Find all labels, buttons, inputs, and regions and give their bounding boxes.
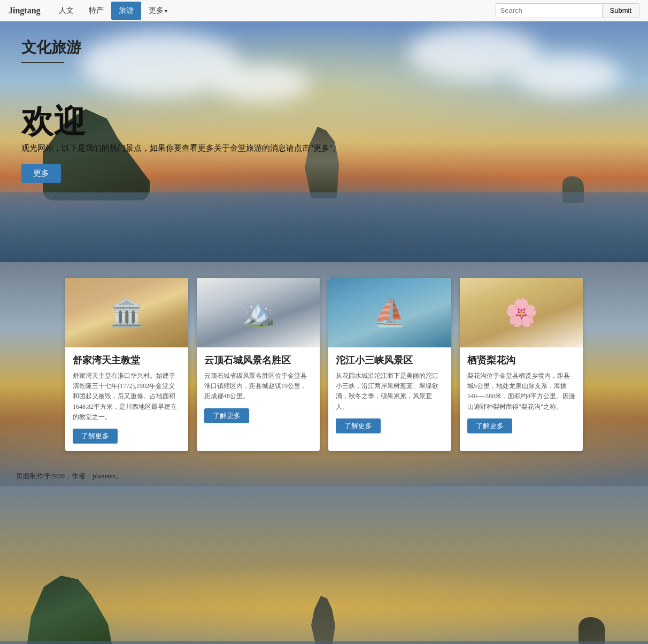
hero-water [0,192,648,262]
nav-item-renwen[interactable]: 人文 [51,2,81,20]
search-input[interactable] [496,3,603,18]
hero-section-title: 文化旅游 [21,37,627,58]
submit-button[interactable]: Submit [603,3,639,18]
card-title-2: 云顶石城风景名胜区 [204,354,312,367]
card-text-1: 舒家湾天主堂在淮口华兴村。始建于清乾隆三十七年(1772),1902年金堂义和团… [73,371,181,422]
card-button-1[interactable]: 了解更多 [73,429,118,444]
card-body-2: 云顶石城风景名胜区 云顶石城省级风景名胜区位于金堂县淮口镇辖区内，距县城赵镇19… [197,347,320,431]
navbar-brand[interactable]: Jingtang [9,6,41,15]
card-image-1 [65,278,188,347]
navbar: Jingtang 人文 特产 旅游 更多 Submit [0,0,648,21]
card-text-3: 从花园水城沿沱江而下是美丽的沱江小三峡，沿江两岸果树葱茏、翠绿欲滴，秋冬之季，硕… [336,371,444,412]
card-image-4 [460,278,583,347]
hero-description: 观光网站，以下是我们的热门景点，如果你要查看更多关于金堂旅游的消息请点击"更多"… [21,143,396,153]
card-title-1: 舒家湾天主教堂 [73,354,181,367]
footer-text: 页面制作于2020，作者：planetes。 [16,472,122,480]
hero-section: 文化旅游 欢迎 观光网站，以下是我们的热门景点，如果你要查看更多关于金堂旅游的消… [0,21,648,262]
card-button-4[interactable]: 了解更多 [467,418,512,433]
hero-more-button[interactable]: 更多 [21,164,61,183]
card-title-4: 栖贤梨花沟 [467,354,575,367]
card-button-3[interactable]: 了解更多 [336,418,381,433]
card-body-4: 栖贤梨花沟 梨花沟位于金堂县栖贤乡境内，距县城5公里，地处龙泉山脉支系，海拔54… [460,347,583,441]
card-image-3 [328,278,451,347]
card-button-2[interactable]: 了解更多 [204,408,249,423]
card-text-4: 梨花沟位于金堂县栖贤乡境内，距县城5公里，地处龙泉山脉支系，海拔540----5… [467,371,575,412]
nav-item-more[interactable]: 更多 [141,2,175,20]
nav-item-teyou[interactable]: 特产 [81,2,111,20]
card-body-1: 舒家湾天主教堂 舒家湾天主堂在淮口华兴村。始建于清乾隆三十七年(1772),19… [65,347,188,451]
hero-content: 文化旅游 欢迎 观光网站，以下是我们的热门景点，如果你要查看更多关于金堂旅游的消… [0,21,648,199]
nav-items: 人文 特产 旅游 更多 [51,2,175,20]
card-title-3: 沱江小三峡风景区 [336,354,444,367]
lower-background [0,486,648,644]
nav-link-teyou[interactable]: 特产 [81,2,111,20]
card-image-2 [197,278,320,347]
cards-row: 舒家湾天主教堂 舒家湾天主堂在淮口华兴村。始建于清乾隆三十七年(1772),19… [0,262,648,467]
hero-divider [21,62,64,63]
card-lihua: 栖贤梨花沟 梨花沟位于金堂县栖贤乡境内，距县城5公里，地处龙泉山脉支系，海拔54… [460,278,583,451]
card-text-2: 云顶石城省级风景名胜区位于金堂县淮口镇辖区内，距县城赵镇19公里，距成都48公里… [204,371,312,402]
nav-link-luyou[interactable]: 旅游 [111,2,141,20]
lower-island-right [578,617,605,644]
card-shujia: 舒家湾天主教堂 舒家湾天主堂在淮口华兴村。始建于清乾隆三十七年(1772),19… [65,278,188,451]
card-yunding: 云顶石城风景名胜区 云顶石城省级风景名胜区位于金堂县淮口镇辖区内，距县城赵镇19… [197,278,320,451]
search-form: Submit [496,3,639,18]
nav-link-more[interactable]: 更多 [141,2,175,20]
footer: 页面制作于2020，作者：planetes。 [0,467,648,486]
card-tuojiang: 沱江小三峡风景区 从花园水城沿沱江而下是美丽的沱江小三峡，沿江两岸果树葱茏、翠绿… [328,278,451,451]
nav-item-luyou[interactable]: 旅游 [111,2,141,20]
hero-welcome-text: 欢迎 [21,106,627,138]
lower-water [0,641,648,644]
nav-link-renwen[interactable]: 人文 [51,2,81,20]
card-body-3: 沱江小三峡风景区 从花园水城沿沱江而下是美丽的沱江小三峡，沿江两岸果树葱茏、翠绿… [328,347,451,441]
cards-section: 舒家湾天主教堂 舒家湾天主堂在淮口华兴村。始建于清乾隆三十七年(1772),19… [0,262,648,486]
